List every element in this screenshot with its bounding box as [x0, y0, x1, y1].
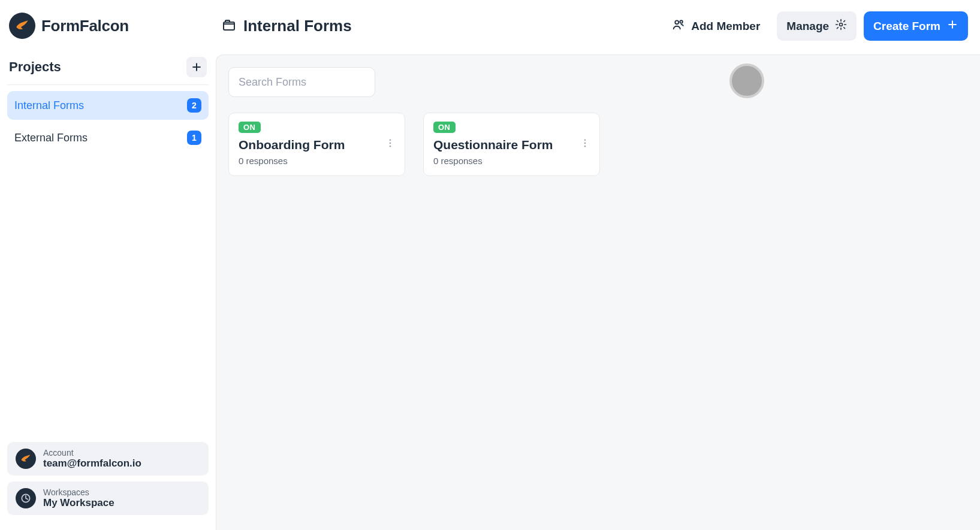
workspace-value: My Workspace [43, 497, 114, 509]
project-list: Internal Forms 2 External Forms 1 [7, 91, 209, 152]
form-card-title: Questionnaire Form [433, 138, 590, 152]
count-badge: 2 [187, 98, 201, 113]
gear-icon [835, 19, 847, 34]
form-card-subtitle: 0 responses [433, 156, 590, 166]
workspace-icon [16, 488, 36, 508]
main: Internal Forms Add Member Manage [216, 0, 980, 530]
dots-vertical-icon [385, 138, 396, 149]
card-menu-button[interactable] [577, 135, 593, 152]
sidebar-item-label: Internal Forms [14, 99, 84, 112]
add-member-button[interactable]: Add Member [662, 11, 770, 41]
plus-icon [946, 19, 958, 34]
workspace-card[interactable]: Workspaces My Workspace [7, 481, 209, 515]
svg-point-5 [840, 23, 843, 26]
content-area: ON Onboarding Form 0 responses ON Questi… [216, 54, 980, 530]
cursor-indicator [729, 63, 764, 98]
create-form-label: Create Form [873, 20, 940, 33]
projects-title: Projects [9, 59, 61, 75]
folder-icon [222, 18, 236, 35]
account-label: Account [43, 448, 141, 458]
sidebar-item-internal-forms[interactable]: Internal Forms 2 [7, 91, 209, 120]
projects-header: Projects [7, 50, 209, 85]
status-badge: ON [433, 122, 456, 133]
form-card[interactable]: ON Questionnaire Form 0 responses [423, 113, 600, 176]
account-card[interactable]: Account team@formfalcon.io [7, 442, 209, 476]
page-title: Internal Forms [243, 17, 352, 35]
account-icon [16, 449, 36, 469]
brand[interactable]: FormFalcon [7, 9, 209, 50]
dots-vertical-icon [580, 138, 590, 149]
account-value: team@formfalcon.io [43, 458, 141, 470]
svg-rect-2 [225, 20, 230, 22]
form-card-title: Onboarding Form [239, 138, 395, 152]
status-badge: ON [239, 122, 261, 133]
svg-point-4 [680, 20, 683, 23]
count-badge: 1 [187, 131, 201, 145]
topbar: Internal Forms Add Member Manage [216, 0, 980, 54]
plus-icon [191, 61, 203, 73]
sidebar-item-external-forms[interactable]: External Forms 1 [7, 123, 209, 152]
sidebar-item-label: External Forms [14, 132, 88, 144]
manage-button[interactable]: Manage [777, 11, 857, 41]
workspace-label: Workspaces [43, 487, 114, 497]
svg-point-9 [584, 139, 586, 141]
svg-point-8 [390, 146, 391, 147]
brand-name: FormFalcon [41, 17, 129, 35]
brand-logo-icon [9, 13, 35, 39]
add-project-button[interactable] [186, 57, 207, 77]
form-card[interactable]: ON Onboarding Form 0 responses [228, 113, 405, 176]
form-card-subtitle: 0 responses [239, 156, 395, 166]
card-menu-button[interactable] [382, 135, 399, 152]
add-member-label: Add Member [691, 20, 760, 33]
svg-point-6 [390, 139, 391, 141]
svg-rect-1 [224, 22, 234, 30]
manage-label: Manage [786, 20, 829, 33]
svg-point-7 [390, 143, 391, 144]
form-cards: ON Onboarding Form 0 responses ON Questi… [228, 113, 968, 176]
users-icon [672, 18, 685, 34]
svg-point-10 [584, 143, 586, 144]
create-form-button[interactable]: Create Form [864, 11, 968, 41]
svg-point-3 [676, 20, 679, 24]
sidebar: FormFalcon Projects Internal Forms 2 Ext… [0, 0, 216, 530]
search-input[interactable] [228, 67, 375, 97]
svg-point-11 [584, 146, 586, 147]
